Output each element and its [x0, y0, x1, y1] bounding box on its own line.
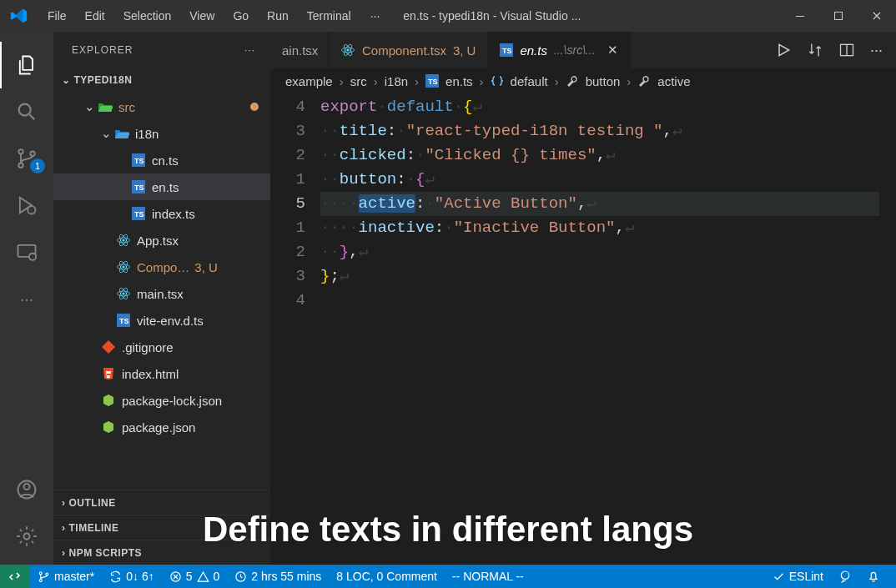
menu-run[interactable]: Run [258, 0, 298, 32]
code-content[interactable]: export·default·{↵··title:·"react-typed-i… [320, 93, 879, 565]
titlebar: File Edit Selection View Go Run Terminal… [0, 0, 896, 32]
crumb[interactable]: example [285, 74, 333, 88]
status-problems[interactable]: 5 0 [162, 565, 228, 588]
crumb[interactable]: en.ts [445, 74, 473, 88]
svg-text:TS: TS [134, 183, 144, 192]
activity-search[interactable] [0, 88, 53, 135]
account-icon [15, 478, 38, 501]
file-vite-env[interactable]: TS vite-env.d.ts [53, 307, 270, 334]
file-index-ts[interactable]: TS index.ts [53, 200, 270, 227]
eslint-label: ESLint [789, 570, 823, 583]
svg-point-5 [30, 151, 34, 155]
status-feedback[interactable] [831, 565, 859, 588]
activity-account[interactable] [0, 466, 53, 513]
folder-open-icon [113, 128, 130, 139]
close-button[interactable] [858, 0, 896, 32]
code-editor[interactable]: 4 3 2 1 5 1 2 3 4 export·default·{↵··tit… [270, 93, 896, 565]
activity-debug[interactable] [0, 182, 53, 229]
diff-icon[interactable] [807, 42, 823, 58]
time-label: 2 hrs 55 mins [251, 570, 321, 583]
svg-point-10 [24, 484, 30, 490]
file-cn-ts[interactable]: TS cn.ts [53, 147, 270, 173]
crumb[interactable]: button [586, 74, 621, 88]
svg-text:TS: TS [119, 317, 129, 325]
status-branch[interactable]: master* [30, 565, 102, 588]
panel-outline[interactable]: ›OUTLINE [53, 490, 270, 515]
menu-overflow[interactable]: ··· [360, 0, 390, 32]
file-component-tsx[interactable]: Compo… 3, U [53, 254, 270, 280]
run-icon[interactable] [775, 42, 792, 58]
minimap[interactable] [879, 93, 896, 565]
tab-en-ts[interactable]: TS en.ts ...\src\... ✕ [488, 32, 630, 68]
modified-dot [250, 103, 259, 111]
status-eslint[interactable]: ESLint [765, 565, 831, 588]
chevron-down-icon: ⌄ [62, 74, 71, 86]
error-count: 5 [186, 570, 193, 583]
menu-go[interactable]: Go [224, 0, 258, 32]
status-notifications[interactable] [859, 565, 888, 588]
file-label: vite-env.d.ts [137, 314, 204, 328]
file-index-html[interactable]: index.html [53, 360, 270, 387]
check-icon [773, 570, 785, 583]
close-icon[interactable]: ✕ [602, 43, 618, 58]
crumb[interactable]: src [350, 74, 367, 88]
svg-point-18 [123, 239, 125, 242]
file-label: en.ts [152, 180, 179, 194]
file-main-tsx[interactable]: main.tsx [53, 280, 270, 307]
sidebar-bottom-panels: ›OUTLINE ›TIMELINE ›NPM SCRIPTS [53, 490, 270, 565]
panel-label: OUTLINE [69, 497, 116, 509]
crumb[interactable]: default [511, 74, 548, 88]
react-file-icon [115, 233, 132, 248]
file-package[interactable]: package.json [53, 414, 270, 440]
menu-terminal[interactable]: Terminal [298, 0, 360, 32]
activity-more[interactable]: ··· [0, 275, 53, 322]
symbol-module-icon [491, 75, 504, 87]
file-app-tsx[interactable]: App.tsx [53, 227, 270, 254]
explorer-actions[interactable]: ··· [244, 44, 255, 56]
remote-indicator[interactable] [0, 565, 30, 588]
status-sync[interactable]: 0↓ 6↑ [102, 565, 161, 588]
activity-explorer[interactable] [0, 42, 53, 88]
ts-file-icon: TS [500, 43, 513, 57]
crumb[interactable]: i18n [385, 74, 408, 88]
menu-view[interactable]: View [180, 0, 224, 32]
menu-selection[interactable]: Selection [114, 0, 181, 32]
svg-text:TS: TS [134, 210, 144, 219]
status-loc[interactable]: 8 LOC, 0 Comment [329, 565, 445, 588]
tab-label: ain.tsx [282, 43, 318, 58]
scm-badge: 1 [30, 158, 45, 173]
tab-label: Component.tsx [362, 43, 446, 58]
activity-remote[interactable] [0, 229, 53, 275]
svg-point-8 [29, 254, 36, 260]
svg-rect-1 [835, 13, 843, 20]
explorer-sidebar: EXPLORER ··· ⌄ TYPEDI18N ⌄ src ⌄ i18n [53, 32, 270, 565]
project-section[interactable]: ⌄ TYPEDI18N [53, 68, 270, 92]
activity-scm[interactable]: 1 [0, 135, 53, 182]
folder-i18n[interactable]: ⌄ i18n [53, 120, 270, 147]
panel-npm-scripts[interactable]: ›NPM SCRIPTS [53, 540, 270, 565]
crumb[interactable]: active [657, 74, 690, 88]
tab-main-tsx[interactable]: ain.tsx [270, 32, 329, 68]
maximize-button[interactable] [819, 0, 858, 32]
split-icon[interactable] [838, 42, 855, 58]
file-en-ts[interactable]: TS en.ts [53, 173, 270, 200]
ellipsis-icon[interactable]: ··· [870, 42, 883, 59]
feedback-icon [838, 570, 852, 583]
panel-timeline[interactable]: ›TIMELINE [53, 515, 270, 540]
sync-icon [109, 570, 122, 583]
svg-rect-0 [796, 16, 804, 17]
tab-component-tsx[interactable]: Component.tsx 3, U [329, 32, 488, 68]
folder-src[interactable]: ⌄ src [53, 93, 270, 120]
status-time[interactable]: 2 hrs 55 mins [227, 565, 329, 588]
sync-label: 0↓ 6↑ [126, 570, 154, 583]
node-file-icon [100, 394, 117, 407]
file-label: cn.ts [152, 153, 179, 168]
minimize-button[interactable] [781, 0, 819, 32]
file-gitignore[interactable]: .gitignore [53, 334, 270, 360]
activity-settings[interactable] [0, 513, 53, 560]
breadcrumb[interactable]: example› src› i18n› TS en.ts› default› b… [270, 68, 896, 93]
svg-point-22 [123, 266, 125, 269]
menu-file[interactable]: File [38, 0, 76, 32]
menu-edit[interactable]: Edit [76, 0, 114, 32]
file-package-lock[interactable]: package-lock.json [53, 387, 270, 414]
